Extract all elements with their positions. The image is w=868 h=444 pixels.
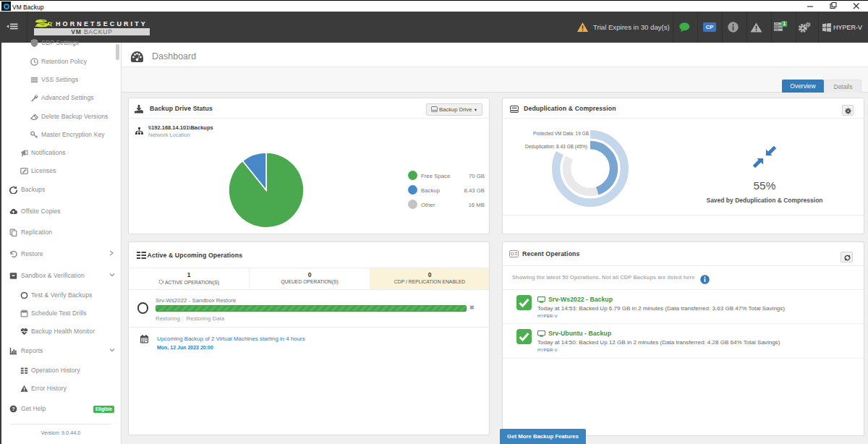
- svg-text:?: ?: [12, 406, 14, 411]
- svg-text:1: 1: [783, 21, 786, 26]
